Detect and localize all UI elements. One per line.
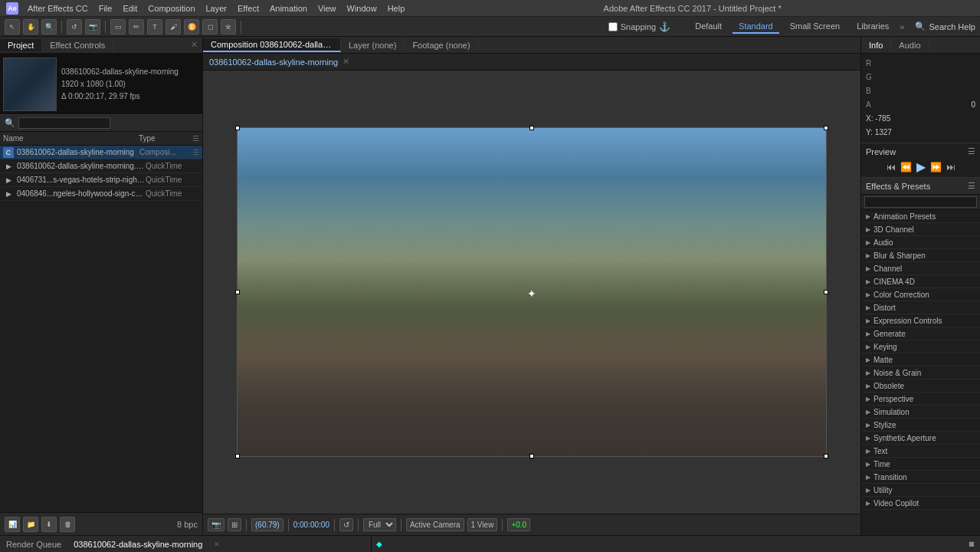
- tool-clone[interactable]: ♊: [184, 19, 199, 34]
- comp-name-close[interactable]: ✕: [343, 57, 349, 67]
- vc-active-camera-btn[interactable]: Active Camera: [406, 518, 464, 531]
- effects-item-9[interactable]: Generate: [861, 327, 980, 340]
- search-help-label[interactable]: Search Help: [929, 22, 975, 31]
- tool-eraser[interactable]: ◻: [202, 19, 218, 34]
- list-options-icon[interactable]: ☰: [192, 134, 199, 143]
- effects-item-5[interactable]: CINEMA 4D: [861, 275, 980, 288]
- menu-edit[interactable]: Edit: [118, 2, 142, 15]
- prev-stop-btn[interactable]: ⏩: [929, 162, 943, 172]
- tl-tab-comp[interactable]: 038610062-dallas-skyline-morning: [67, 538, 208, 550]
- tool-zoom[interactable]: 🔍: [41, 19, 57, 34]
- menu-composition[interactable]: Composition: [143, 2, 199, 15]
- effects-item-14[interactable]: Perspective: [861, 393, 980, 406]
- effects-item-1[interactable]: 3D Channel: [861, 223, 980, 236]
- project-item-2[interactable]: ▶ 0406731...s-vegas-hotels-strip-night.m…: [0, 173, 202, 187]
- effects-item-0[interactable]: Animation Presets: [861, 210, 980, 223]
- project-search-bar: 🔍: [0, 115, 202, 132]
- project-search-input[interactable]: [18, 117, 110, 129]
- effects-item-15[interactable]: Simulation: [861, 406, 980, 419]
- new-comp-btn[interactable]: 📊: [5, 517, 20, 532]
- tab-project[interactable]: Project: [0, 39, 42, 51]
- effects-item-2[interactable]: Audio: [861, 236, 980, 249]
- effects-options-icon[interactable]: ☰: [968, 181, 975, 191]
- tool-hand[interactable]: ✋: [23, 19, 38, 34]
- effects-item-6[interactable]: Color Correction: [861, 288, 980, 301]
- tool-rotate[interactable]: ↺: [67, 19, 82, 34]
- search-help-area: 🔍 Search Help: [915, 21, 975, 31]
- project-item-1[interactable]: ▶ 038610062-dallas-skyline-morning.mov Q…: [0, 159, 202, 173]
- vc-grid-btn[interactable]: ⊞: [228, 518, 241, 531]
- effects-search-input[interactable]: [864, 196, 977, 208]
- effects-item-13[interactable]: Obsolete: [861, 380, 980, 393]
- info-r-label: R: [866, 57, 871, 71]
- effects-item-17[interactable]: Synthetic Aperture: [861, 432, 980, 445]
- tab-effect-controls[interactable]: Effect Controls: [42, 39, 113, 51]
- info-a-label: A: [866, 98, 871, 112]
- viewer-tab-footage[interactable]: Footage (none): [405, 39, 478, 51]
- prev-last-btn[interactable]: ⏭: [945, 162, 957, 172]
- vc-reset-btn[interactable]: ↺: [339, 518, 353, 531]
- vc-view-btn[interactable]: 1 View: [467, 518, 498, 531]
- menu-file[interactable]: File: [94, 2, 117, 15]
- prev-first-btn[interactable]: ⏮: [885, 162, 897, 172]
- viewer-tab-comp[interactable]: Composition 038610062-dallas-skyline-mor…: [203, 38, 341, 52]
- effects-item-22[interactable]: Video Copilot: [861, 497, 980, 510]
- menu-window[interactable]: Window: [343, 2, 382, 15]
- effects-item-19[interactable]: Time: [861, 458, 980, 471]
- tl-tab-render-queue[interactable]: Render Queue: [0, 538, 67, 550]
- vc-snap-btn[interactable]: 📷: [208, 518, 225, 531]
- expand-icon[interactable]: »: [900, 22, 904, 31]
- effects-item-7[interactable]: Distort: [861, 301, 980, 314]
- tool-pen[interactable]: ✏: [129, 19, 144, 34]
- workspace-libraries[interactable]: Libraries: [851, 20, 895, 34]
- effects-item-11[interactable]: Matte: [861, 353, 980, 366]
- effects-item-4[interactable]: Channel: [861, 262, 980, 275]
- workspace-standard[interactable]: Standard: [733, 20, 779, 34]
- menu-after-effects[interactable]: After Effects CC: [23, 2, 93, 15]
- item-name-3: 0406846...ngeles-hollywood-sign-cal.mov: [17, 189, 146, 198]
- handle-top-mid: [529, 126, 534, 130]
- menu-help[interactable]: Help: [383, 2, 410, 15]
- effects-item-21[interactable]: Utility: [861, 484, 980, 497]
- project-item-3[interactable]: ▶ 0406846...ngeles-hollywood-sign-cal.mo…: [0, 187, 202, 201]
- tool-brush[interactable]: 🖌: [166, 19, 181, 34]
- delete-btn[interactable]: 🗑: [60, 517, 75, 532]
- effects-item-20[interactable]: Transition: [861, 471, 980, 484]
- workspace-default[interactable]: Default: [689, 20, 728, 34]
- effects-item-18[interactable]: Text: [861, 445, 980, 458]
- tool-camera[interactable]: 📷: [85, 19, 100, 34]
- tl-tab-close[interactable]: ✕: [211, 539, 222, 550]
- item-type-2: QuickTime: [146, 176, 199, 184]
- preview-options-icon[interactable]: ☰: [968, 146, 975, 156]
- menu-layer[interactable]: Layer: [202, 2, 232, 15]
- prev-play-btn[interactable]: ▶: [915, 159, 927, 174]
- rp-tab-info[interactable]: Info: [861, 39, 891, 51]
- panel-close[interactable]: ✕: [186, 38, 202, 51]
- vc-fps-btn[interactable]: (60.79): [251, 518, 284, 531]
- rp-tab-audio[interactable]: Audio: [891, 39, 929, 51]
- vc-exposure-btn[interactable]: +0.0: [507, 518, 530, 531]
- effects-item-16[interactable]: Stylize: [861, 419, 980, 432]
- menu-animation[interactable]: Animation: [265, 2, 312, 15]
- effects-item-12[interactable]: Noise & Grain: [861, 366, 980, 380]
- vc-quality-select[interactable]: Full: [363, 518, 396, 531]
- tool-select[interactable]: ↖: [5, 19, 20, 34]
- prev-back-btn[interactable]: ⏪: [899, 162, 913, 172]
- effects-item-3[interactable]: Blur & Sharpen: [861, 249, 980, 262]
- effects-item-10[interactable]: Keying: [861, 340, 980, 353]
- snapping-checkbox[interactable]: [608, 22, 618, 31]
- tool-rect[interactable]: ▭: [110, 19, 126, 34]
- new-folder-btn[interactable]: 📁: [23, 517, 38, 532]
- effects-item-8[interactable]: Expression Controls: [861, 314, 980, 327]
- viewer-tab-layer[interactable]: Layer (none): [341, 39, 405, 51]
- project-item-0[interactable]: C 038610062-dallas-skyline-morning Compo…: [0, 146, 202, 159]
- project-preview: 038610062-dallas-skyline-morning 1920 x …: [0, 54, 202, 115]
- handle-bottom-left: [235, 454, 240, 458]
- import-btn[interactable]: ⬇: [41, 517, 57, 532]
- tool-text[interactable]: T: [147, 19, 162, 34]
- menu-view[interactable]: View: [313, 2, 341, 15]
- tool-puppet[interactable]: ※: [221, 19, 236, 34]
- workspace-small-screen[interactable]: Small Screen: [784, 20, 846, 34]
- snapping-icon: ⚓: [659, 21, 670, 32]
- menu-effect[interactable]: Effect: [233, 2, 264, 15]
